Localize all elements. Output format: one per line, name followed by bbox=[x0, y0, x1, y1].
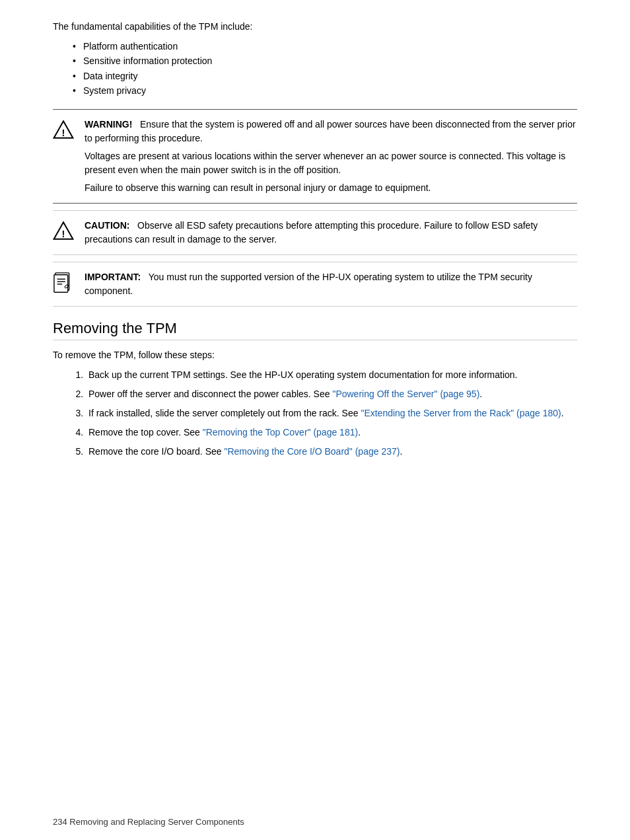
svg-rect-5 bbox=[54, 274, 68, 291]
caution-box: ! CAUTION: Observe all ESD safety precau… bbox=[53, 210, 577, 255]
warning-line-3: Failure to observe this warning can resu… bbox=[85, 181, 577, 195]
bullet-list: Platform authentication Sensitive inform… bbox=[73, 39, 577, 98]
bullet-item: Platform authentication bbox=[73, 39, 577, 54]
step-5: Remove the core I/O board. See "Removing… bbox=[86, 445, 577, 459]
step-2-link[interactable]: "Powering Off the Server" (page 95) bbox=[332, 389, 479, 399]
page-footer: 234 Removing and Replacing Server Compon… bbox=[53, 817, 244, 827]
footer-text: 234 Removing and Replacing Server Compon… bbox=[53, 817, 244, 827]
step-1-text: Back up the current TPM settings. See th… bbox=[88, 369, 518, 380]
caution-title: CAUTION: bbox=[85, 220, 129, 231]
step-2-text: Power off the server and disconnect the … bbox=[88, 389, 332, 399]
step-2: Power off the server and disconnect the … bbox=[86, 387, 577, 401]
bullet-item: Sensitive information protection bbox=[73, 54, 577, 68]
step-3-text: If rack installed, slide the server comp… bbox=[88, 408, 361, 418]
warning-title: WARNING! bbox=[85, 119, 132, 130]
page-content: The fundamental capabilities of the TPM … bbox=[0, 0, 630, 504]
caution-body: Observe all ESD safety precautions befor… bbox=[85, 220, 538, 245]
steps-list: Back up the current TPM settings. See th… bbox=[86, 368, 577, 459]
caution-text: CAUTION: Observe all ESD safety precauti… bbox=[85, 219, 577, 247]
step-4-link[interactable]: "Removing the Top Cover" (page 181) bbox=[203, 427, 358, 438]
svg-text:!: ! bbox=[62, 228, 65, 239]
section-heading: Removing the TPM bbox=[53, 320, 577, 340]
step-3: If rack installed, slide the server comp… bbox=[86, 406, 577, 420]
intro-text: The fundamental capabilities of the TPM … bbox=[53, 20, 577, 34]
svg-text:!: ! bbox=[62, 127, 65, 137]
important-text: IMPORTANT: You must run the supported ve… bbox=[85, 270, 577, 298]
caution-icon: ! bbox=[53, 220, 77, 243]
bullet-item: System privacy bbox=[73, 83, 577, 98]
step-4-after: . bbox=[358, 427, 361, 438]
step-4: Remove the top cover. See "Removing the … bbox=[86, 426, 577, 439]
important-box: IMPORTANT: You must run the supported ve… bbox=[53, 262, 577, 307]
important-icon bbox=[53, 272, 77, 296]
bullet-item: Data integrity bbox=[73, 69, 577, 83]
step-4-text: Remove the top cover. See bbox=[88, 427, 203, 438]
warning-line-1: WARNING! Ensure that the system is power… bbox=[85, 118, 577, 145]
warning-content: WARNING! Ensure that the system is power… bbox=[85, 118, 577, 195]
step-2-after: . bbox=[479, 389, 482, 399]
warning-line-2: Voltages are present at various location… bbox=[85, 149, 577, 177]
step-1: Back up the current TPM settings. See th… bbox=[86, 368, 577, 382]
step-5-after: . bbox=[400, 446, 402, 457]
section-intro: To remove the TPM, follow these steps: bbox=[53, 350, 577, 360]
warning-text-1: Ensure that the system is powered off an… bbox=[85, 119, 576, 143]
caution-content: CAUTION: Observe all ESD safety precauti… bbox=[85, 219, 577, 247]
important-title: IMPORTANT: bbox=[85, 272, 141, 282]
important-content: IMPORTANT: You must run the supported ve… bbox=[85, 270, 577, 298]
warning-box: ! WARNING! Ensure that the system is pow… bbox=[53, 109, 577, 204]
important-body: You must run the supported version of th… bbox=[85, 272, 532, 296]
warning-icon: ! bbox=[53, 119, 77, 142]
step-5-text: Remove the core I/O board. See bbox=[88, 446, 224, 457]
step-5-link[interactable]: "Removing the Core I/O Board" (page 237) bbox=[224, 446, 400, 457]
step-3-link[interactable]: "Extending the Server from the Rack" (pa… bbox=[361, 408, 561, 418]
step-3-after: . bbox=[561, 408, 564, 418]
